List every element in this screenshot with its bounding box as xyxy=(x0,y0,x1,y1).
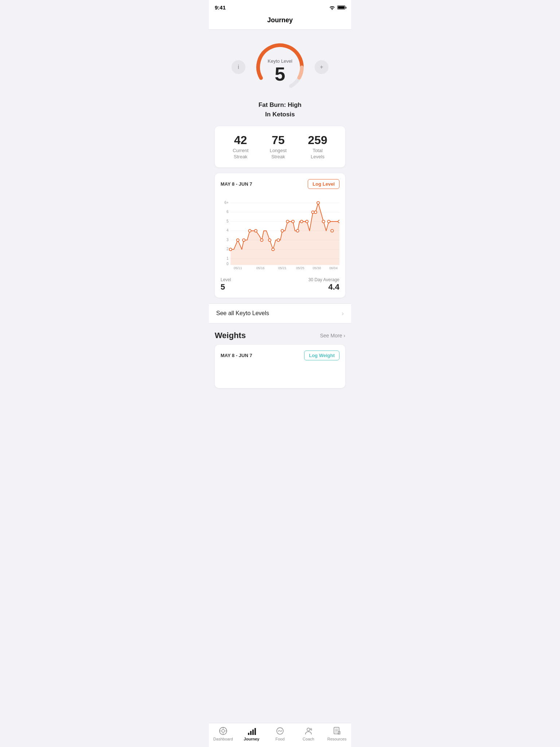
svg-point-28 xyxy=(286,220,289,222)
svg-text:3: 3 xyxy=(226,238,229,242)
weights-card-header: MAY 8 - JUN 7 Log Weight xyxy=(221,351,339,360)
add-button[interactable]: + xyxy=(315,60,328,74)
chart-area: 6+ 6 5 4 3 2 1 0 xyxy=(221,193,339,274)
svg-point-20 xyxy=(242,239,245,241)
svg-text:05/16: 05/16 xyxy=(256,266,265,270)
svg-text:1: 1 xyxy=(226,256,229,260)
chevron-right-icon: › xyxy=(342,310,344,317)
svg-point-35 xyxy=(317,201,319,204)
status-time: 9:41 xyxy=(215,4,226,11)
gauge-row: i Keyto Level 5 + xyxy=(232,40,328,94)
svg-point-18 xyxy=(229,248,232,251)
weights-title: Weights xyxy=(215,331,246,340)
svg-text:05/30: 05/30 xyxy=(313,266,321,270)
status-icons xyxy=(329,5,345,10)
svg-text:5: 5 xyxy=(226,219,229,223)
svg-point-25 xyxy=(272,248,274,251)
svg-text:0: 0 xyxy=(226,262,229,266)
svg-point-24 xyxy=(268,239,271,241)
svg-point-38 xyxy=(331,229,333,232)
gauge-container: Keyto Level 5 xyxy=(253,40,307,94)
svg-text:05/25: 05/25 xyxy=(296,266,304,270)
svg-point-22 xyxy=(254,229,257,232)
log-weight-button[interactable]: Log Weight xyxy=(304,351,339,360)
page-header: Journey xyxy=(209,13,351,30)
info-button[interactable]: i xyxy=(232,60,245,74)
weights-date-range: MAY 8 - JUN 7 xyxy=(221,353,252,358)
svg-text:06/04: 06/04 xyxy=(329,266,338,270)
svg-point-39 xyxy=(338,220,339,222)
svg-point-32 xyxy=(306,220,308,222)
status-bar: 9:41 xyxy=(209,0,351,13)
fat-burn-text: Fat Burn: High In Ketosis xyxy=(258,100,302,119)
chart-level: Level 5 xyxy=(221,277,231,292)
chart-svg: 6+ 6 5 4 3 2 1 0 xyxy=(221,193,339,274)
svg-point-19 xyxy=(237,239,239,241)
chart-header: MAY 8 - JUN 7 Log Level xyxy=(221,179,339,189)
svg-point-30 xyxy=(296,229,299,232)
weights-chart-placeholder xyxy=(221,360,339,382)
stat-longest-streak: 75 LongestStreak xyxy=(270,133,287,160)
scroll-content: i Keyto Level 5 + xyxy=(209,30,351,417)
gauge-section: i Keyto Level 5 + xyxy=(209,30,351,126)
see-more-button[interactable]: See More › xyxy=(320,333,345,338)
chart-card: MAY 8 - JUN 7 Log Level 6+ 6 5 4 3 2 xyxy=(215,173,345,298)
weights-card: MAY 8 - JUN 7 Log Weight xyxy=(215,345,345,388)
svg-text:05/11: 05/11 xyxy=(234,266,242,270)
see-all-text: See all Keyto Levels xyxy=(216,310,269,317)
svg-text:6+: 6+ xyxy=(224,201,229,205)
stat-total-levels: 259 TotalLevels xyxy=(308,133,327,160)
svg-point-33 xyxy=(312,211,314,213)
wifi-icon xyxy=(329,5,335,10)
svg-point-27 xyxy=(281,229,284,232)
stat-current-streak: 42 CurrentStreak xyxy=(233,133,248,160)
svg-point-34 xyxy=(314,211,317,213)
chart-date-range: MAY 8 - JUN 7 xyxy=(221,181,252,187)
svg-point-23 xyxy=(260,239,263,241)
svg-text:6: 6 xyxy=(226,210,229,214)
svg-text:2: 2 xyxy=(226,247,229,251)
page-title: Journey xyxy=(267,16,293,24)
weights-header: Weights See More › xyxy=(215,331,345,340)
see-all-row[interactable]: See all Keyto Levels › xyxy=(209,303,351,324)
svg-point-37 xyxy=(327,220,330,222)
svg-text:4: 4 xyxy=(226,228,229,232)
svg-point-29 xyxy=(292,220,294,222)
chart-footer: Level 5 30 Day Average 4.4 xyxy=(221,277,339,292)
svg-point-36 xyxy=(322,220,325,222)
log-level-button[interactable]: Log Level xyxy=(308,179,339,189)
svg-point-31 xyxy=(300,220,303,222)
chart-avg: 30 Day Average 4.4 xyxy=(308,277,339,292)
stats-card: 42 CurrentStreak 75 LongestStreak 259 To… xyxy=(215,126,345,167)
svg-point-26 xyxy=(277,239,280,241)
battery-icon xyxy=(337,5,345,9)
svg-text:05/21: 05/21 xyxy=(278,266,287,270)
weights-section: Weights See More › MAY 8 - JUN 7 Log Wei… xyxy=(209,331,351,388)
gauge-label: Keyto Level 5 xyxy=(268,51,292,84)
svg-point-21 xyxy=(248,229,251,232)
